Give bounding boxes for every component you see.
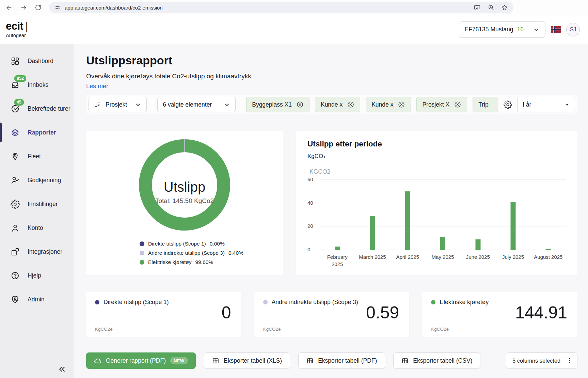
avatar-initials: SJ [570,27,576,33]
vehicle-selector[interactable]: EF76135 Mustang 16 [459,21,545,38]
sidebar-item-bekreftede-turer[interactable]: 45Bekreftede turer [0,97,74,121]
bar-june-2025[interactable] [475,239,480,250]
bookmark-star-icon[interactable] [501,4,508,11]
filter-chip-byggeplass-x1[interactable]: Byggeplass X1 [246,97,309,112]
sidebar-collapse-icon[interactable] [58,365,66,373]
stat-unit: KgCO2e [431,327,449,332]
y-tick-label: 60 [307,176,313,182]
stat-dot [263,300,268,304]
page-subtitle: Overvåk dine kjøretøys totale Co2-utslip… [86,73,577,80]
legend-label: Direkte utslipp (Scope 1) [148,241,206,247]
browser-bar: app.autogear.com/dashboard/co2-emission [0,0,588,15]
browser-reload-icon[interactable] [35,4,42,11]
x-tick-label: April 2025 [390,253,425,268]
sidebar-badge: 45 [14,99,24,106]
browser-back-icon[interactable] [5,4,13,11]
table-icon [212,357,219,364]
bar-february-2025[interactable] [335,247,340,250]
filter-chip-kunde-x[interactable]: Kunde x [366,97,411,112]
stat-dot [431,300,435,304]
columns-selector[interactable]: 5 columns selected [506,352,577,369]
sidebar-item-label: Integrasjoner [28,248,62,255]
filter-chips: Byggeplass X1Kunde xKunde xProsjekt XTri… [246,97,498,112]
dashboard-icon [11,57,20,66]
filter-chip-kunde-x[interactable]: Kunde x [315,97,360,112]
avatar[interactable]: SJ [566,23,580,36]
gear-icon [11,200,20,209]
read-more-link[interactable]: Les mer [86,83,108,90]
sidebar-item-integrasjoner[interactable]: Integrasjoner [0,240,74,264]
stat-value: 0.59 [366,303,399,322]
export-button-eksporter-tabell-xls[interactable]: Eksporter tabell (XLS) [204,352,290,369]
caret-down-icon [565,102,570,107]
sidebar-item-godkjenning[interactable]: Godkjenning [0,168,74,192]
chip-remove-icon[interactable] [454,101,461,108]
sidebar-item-admin[interactable]: Admin [0,287,74,311]
sidebar-item-label: Bekreftede turer [28,105,70,112]
chip-remove-icon[interactable] [398,101,405,108]
export-button-label: Eksporter tabell (PDF) [318,357,377,364]
logo-subtext: Autogear [6,33,28,38]
bar-july-2025[interactable] [511,202,516,250]
logo-text: ecit [6,20,23,32]
filter-chip-trip[interactable]: Trip [473,97,498,112]
sidebar-item-dashbord[interactable]: Dashbord [0,49,74,73]
sidebar-item-konto[interactable]: Konto [0,216,74,240]
address-bar[interactable]: app.autogear.com/dashboard/co2-emission [49,2,513,13]
chip-label: Kunde x [321,101,343,108]
kebab-menu-icon[interactable] [566,357,573,364]
help-circle-icon [11,271,20,280]
x-tick-label: February 2025 [320,253,355,268]
export-button-eksporter-tabell-csv[interactable]: Eksporter tabell (CSV) [393,352,480,369]
period-dropdown[interactable]: I år [517,97,575,112]
bar-chart-title: Utslipp etter periode [307,140,566,148]
selected-elements-dropdown[interactable]: 6 valgte elementer [157,97,236,112]
save-to-device-icon[interactable] [474,4,481,11]
sidebar-item-innstillinger[interactable]: Innstillinger [0,192,74,216]
bar-slot-april-2025 [390,180,425,250]
donut-chart-card: Utslipp Total: 145.50 KgCo2 Direkte utsl… [86,131,283,275]
bar-march-2025[interactable] [370,216,375,250]
bar-chart-plot: 0204060 [320,180,566,250]
new-badge: NEW [170,357,188,364]
norway-flag-icon[interactable] [551,26,561,33]
bar-chart-bars [320,180,566,250]
stat-label: Direkte utslipp (Scope 1) [104,299,169,306]
inbox-icon: 852 [11,80,20,90]
stat-value: 144.91 [515,303,567,322]
donut-chart [139,139,230,231]
zoom-in-icon[interactable] [488,4,494,11]
bar-chart-unit: KgCO₂ [307,153,566,160]
chip-remove-icon[interactable] [347,101,354,108]
sidebar-item-hjelp[interactable]: Hjelp [0,264,74,287]
bar-chart-card: Utslipp etter periode KgCO₂ KGCO2 020406… [296,131,577,275]
filter-settings-gear-icon[interactable] [504,100,512,109]
chip-remove-icon[interactable] [296,101,304,108]
bar-august-2025[interactable] [546,249,551,250]
x-tick-label: June 2025 [460,253,495,268]
stat-dot [95,300,99,304]
site-settings-icon[interactable] [54,4,61,11]
sort-dropdown[interactable]: Prosjekt [89,97,147,112]
fleet-pin-icon [11,152,20,161]
bar-slot-may-2025 [425,180,460,250]
browser-forward-icon[interactable] [20,4,27,11]
export-button-eksporter-tabell-pdf[interactable]: Eksporter tabell (PDF) [298,352,385,369]
bar-april-2025[interactable] [405,191,410,250]
logo: ecit| Autogear [6,21,28,38]
page-title: Utslippsrapport [86,54,577,67]
sidebar-item-innboks[interactable]: 852Innboks [0,73,74,97]
user-icon [11,223,20,233]
legend-value: 0.00% [210,241,225,247]
legend-item-elektriske-kj-ret-y: Elektriske kjøretøy99.60% [140,259,283,265]
filter-divider [152,97,152,112]
sidebar-item-rapporter[interactable]: Rapporter [0,121,74,144]
sort-icon [94,101,101,108]
bar-may-2025[interactable] [440,237,445,250]
sidebar-item-fleet[interactable]: Fleet [0,144,74,168]
sidebar-item-label: Godkjenning [28,177,61,184]
sidebar-item-label: Rapporter [28,129,56,136]
chevron-down-icon [135,101,141,108]
filter-chip-prosjekt-x[interactable]: Prosjekt X [416,97,467,112]
generate-report-button[interactable]: Generer rapport (PDF) NEW [86,352,196,369]
